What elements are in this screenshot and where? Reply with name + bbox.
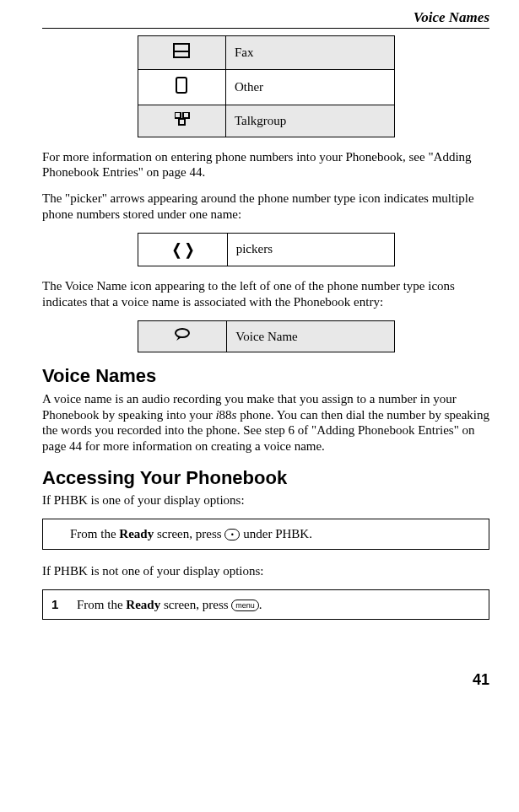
body-paragraph: If PHBK is not one of your display optio… <box>42 563 489 579</box>
menu-key-icon: menu <box>231 600 259 611</box>
svg-rect-0 <box>175 112 181 118</box>
instruction-box: 1 From the Ready screen, press menu. <box>42 589 489 621</box>
page-header: Voice Names <box>42 8 489 26</box>
other-label: Other <box>225 70 394 105</box>
instruction-box: From the Ready screen, press • under PHB… <box>42 519 489 550</box>
body-paragraph: The Voice Name icon appearing to the lef… <box>42 278 489 310</box>
voice-name-icon <box>138 320 227 352</box>
instruction-text: From the <box>70 527 119 540</box>
voice-name-table: Voice Name <box>138 320 395 353</box>
body-paragraph: If PHBK is one of your display options: <box>42 492 489 508</box>
svg-rect-1 <box>183 112 189 118</box>
body-paragraph: The "picker" arrows appearing around the… <box>42 191 489 223</box>
header-rule <box>42 28 489 29</box>
instruction-text: screen, press <box>160 598 231 611</box>
picker-table: ❬ ❭ pickers <box>138 233 395 267</box>
talkgroup-icon <box>138 105 225 137</box>
softkey-icon: • <box>224 529 240 540</box>
heading-voice-names: Voice Names <box>42 364 489 388</box>
instruction-text: Ready <box>119 527 154 540</box>
svg-point-3 <box>176 329 189 337</box>
step-number: 1 <box>51 597 77 613</box>
page-number: 41 <box>42 670 489 690</box>
icon-type-table: Fax Other Talkgroup <box>138 35 395 137</box>
instruction-text: Ready <box>126 598 160 611</box>
instruction-text: . <box>259 598 262 611</box>
pickers-label: pickers <box>227 233 394 266</box>
pickers-icon: ❬ ❭ <box>138 233 227 266</box>
fax-label: Fax <box>225 36 394 70</box>
instruction-text: screen, press <box>154 527 224 540</box>
body-paragraph: For more information on entering phone n… <box>42 149 489 181</box>
svg-rect-2 <box>179 119 185 125</box>
instruction-text: under PHBK. <box>240 527 311 540</box>
talkgroup-label: Talkgroup <box>225 105 394 137</box>
voice-name-label: Voice Name <box>227 320 394 352</box>
instruction-text: From the <box>77 598 126 611</box>
fax-icon <box>138 36 225 70</box>
heading-accessing-phonebook: Accessing Your Phonebook <box>42 466 489 490</box>
other-icon <box>138 70 225 105</box>
body-paragraph: A voice name is an audio recording you m… <box>42 391 489 454</box>
